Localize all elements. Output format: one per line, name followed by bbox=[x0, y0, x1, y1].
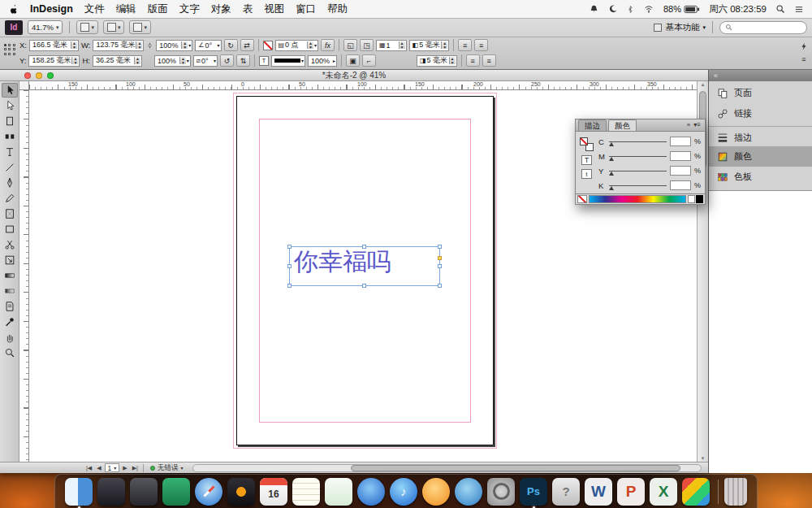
page-tool[interactable] bbox=[2, 114, 18, 128]
channel-slider[interactable] bbox=[609, 141, 667, 142]
gap-tool[interactable] bbox=[2, 129, 18, 144]
wrap-offset-bottom-field[interactable]: ◨5 毫米▲▼ bbox=[417, 55, 457, 67]
horizontal-ruler[interactable]: 15010050050100150200250300350 bbox=[29, 81, 697, 90]
channel-value-field[interactable] bbox=[670, 137, 691, 146]
stroke-proxy-swatch[interactable]: T bbox=[259, 56, 269, 66]
frame-tool[interactable] bbox=[2, 206, 18, 221]
dock-app-photoshop[interactable]: Ps bbox=[520, 478, 547, 506]
hand-tool[interactable] bbox=[2, 330, 18, 345]
minimize-window-button[interactable] bbox=[36, 72, 42, 79]
corner-options-widget[interactable] bbox=[438, 256, 442, 260]
zoom-window-button[interactable] bbox=[47, 72, 54, 79]
stroke-style-combo[interactable]: ▾ bbox=[271, 55, 305, 67]
notification-center-icon[interactable] bbox=[794, 5, 804, 14]
menu-view[interactable]: 视图 bbox=[264, 2, 284, 16]
channel-value-field[interactable] bbox=[670, 180, 691, 190]
menu-file[interactable]: 文件 bbox=[84, 2, 105, 16]
menu-table[interactable]: 表 bbox=[243, 2, 253, 16]
do-not-disturb-moon-icon[interactable] bbox=[608, 4, 618, 14]
frame-handle-bottom-left[interactable] bbox=[287, 284, 292, 288]
channel-value-field[interactable] bbox=[670, 151, 691, 161]
wrap-offset-top-field[interactable]: ◧5 毫米▲▼ bbox=[409, 40, 450, 51]
white-swatch[interactable] bbox=[688, 195, 695, 203]
align-center-button[interactable]: ≡ bbox=[474, 39, 488, 51]
align-right-button[interactable]: ≡ bbox=[466, 54, 480, 67]
frame-handle-top-middle[interactable] bbox=[362, 245, 366, 249]
text-frame[interactable]: 你幸福吗 bbox=[289, 246, 440, 286]
dock-app-excel[interactable]: X bbox=[650, 478, 677, 506]
w-field[interactable]: 123.75 毫米▲▼ bbox=[93, 40, 144, 51]
dock-app-media[interactable] bbox=[227, 478, 255, 506]
dock-app-finder[interactable] bbox=[65, 478, 93, 506]
zoom-level-combo[interactable]: 41.7%▾ bbox=[28, 20, 63, 34]
panel-dock-header[interactable]: « bbox=[709, 70, 812, 81]
page-number-field[interactable]: 1 ▾ bbox=[105, 463, 120, 472]
menu-window[interactable]: 窗口 bbox=[296, 2, 316, 16]
panel-stroke[interactable]: 描边 bbox=[709, 126, 812, 146]
fit-frame-button[interactable]: ◳ bbox=[360, 39, 374, 51]
arrange-documents-widget[interactable]: ▾ bbox=[129, 20, 151, 34]
flip-vertical-button[interactable]: ⇅ bbox=[236, 54, 250, 67]
panel-swatches[interactable]: 色板 bbox=[709, 167, 812, 187]
align-left-button[interactable]: ≡ bbox=[458, 39, 472, 51]
frame-text[interactable]: 你幸福吗 bbox=[290, 247, 439, 275]
expand-panels-icon[interactable]: « bbox=[714, 72, 718, 80]
panel-links[interactable]: 链接 bbox=[709, 103, 812, 124]
document-titlebar[interactable]: *未命名-2 @ 41% bbox=[0, 70, 708, 81]
dock-app-dark[interactable] bbox=[97, 478, 125, 506]
panel-flyout-menu-icon[interactable]: ▾≡ bbox=[693, 121, 701, 128]
fit-content-button[interactable]: ◱ bbox=[343, 39, 357, 51]
constrain-proportions-icon[interactable] bbox=[146, 41, 153, 50]
color-panel-header[interactable]: 描边颜色 bbox=[575, 119, 706, 132]
screen-mode-widget[interactable]: ▾ bbox=[103, 20, 125, 34]
note-tool[interactable] bbox=[2, 299, 18, 314]
stroke-weight-field[interactable]: ▤0 点▲▼▾ bbox=[275, 40, 319, 51]
frame-handle-middle-left[interactable] bbox=[287, 264, 292, 268]
horizontal-scrollbar[interactable] bbox=[192, 464, 702, 472]
menu-indesign[interactable]: InDesign bbox=[30, 3, 73, 15]
menu-help[interactable]: 帮助 bbox=[327, 2, 348, 16]
first-page-button[interactable]: |◀ bbox=[84, 465, 93, 471]
frame-handle-top-right[interactable] bbox=[438, 245, 442, 249]
menu-object[interactable]: 对象 bbox=[211, 2, 231, 16]
previous-page-button[interactable]: ◀ bbox=[95, 465, 102, 471]
scissors-tool[interactable] bbox=[2, 237, 18, 252]
effects-fx-button[interactable]: fx bbox=[321, 39, 335, 51]
formatting-affects-text-icon[interactable]: T bbox=[581, 155, 592, 165]
rotate-cw-button[interactable]: ↻ bbox=[224, 39, 238, 51]
rectangle-tool[interactable] bbox=[2, 222, 18, 237]
panel-menu-icon[interactable]: ≡ bbox=[801, 55, 806, 63]
spectrum-ramp[interactable] bbox=[589, 195, 686, 203]
menubar-clock[interactable]: 周六 08:23:59 bbox=[709, 3, 767, 15]
none-swatch[interactable] bbox=[577, 195, 587, 203]
panel-color[interactable]: 颜色 bbox=[709, 146, 812, 167]
frame-handle-bottom-right[interactable] bbox=[438, 284, 442, 288]
black-swatch[interactable] bbox=[696, 195, 703, 203]
rotation-field[interactable]: ∠0°▾ bbox=[195, 40, 221, 51]
flip-horizontal-button[interactable]: ⇄ bbox=[240, 39, 254, 51]
rotate-ccw-button[interactable]: ↺ bbox=[220, 54, 234, 67]
page[interactable]: 你幸福吗 bbox=[236, 96, 494, 445]
free-transform-tool[interactable] bbox=[2, 253, 18, 267]
notification-bell-icon[interactable] bbox=[589, 4, 599, 15]
collapse-panel-icon[interactable]: » bbox=[687, 121, 690, 128]
menu-type[interactable]: 文字 bbox=[179, 2, 200, 16]
close-window-button[interactable] bbox=[24, 72, 31, 79]
fill-swatch[interactable] bbox=[580, 137, 588, 145]
dock-app-itunes[interactable]: ♪ bbox=[390, 478, 417, 506]
dock-app-blue[interactable] bbox=[357, 478, 385, 506]
panel-pages[interactable]: 页面 bbox=[709, 83, 812, 103]
pencil-tool[interactable] bbox=[2, 191, 18, 206]
h-field[interactable]: 36.25 毫米▲▼ bbox=[93, 55, 142, 67]
columns-field[interactable]: ▦1▲▼ bbox=[376, 40, 407, 51]
dock-app-orange[interactable] bbox=[422, 478, 450, 506]
gradient-feather-tool[interactable] bbox=[2, 284, 18, 298]
wifi-icon[interactable] bbox=[643, 4, 654, 14]
ruler-origin-corner[interactable] bbox=[19, 81, 29, 90]
dock-app-powerpoint[interactable]: P bbox=[617, 478, 645, 506]
opacity-field[interactable]: 100%▸ bbox=[308, 55, 337, 67]
menu-layout[interactable]: 版面 bbox=[148, 2, 168, 16]
line-tool[interactable] bbox=[2, 160, 18, 175]
reference-point-proxy[interactable] bbox=[4, 44, 16, 56]
shear-field[interactable]: ⧄0°▾ bbox=[193, 55, 218, 67]
